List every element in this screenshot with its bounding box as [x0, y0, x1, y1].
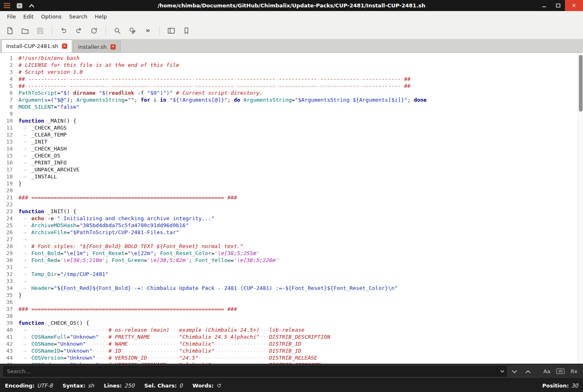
titlebar: /home/chimba/Documents/GitHub/Chimbalix/… — [0, 0, 583, 11]
maximize-button[interactable] — [551, 0, 565, 11]
space-marker: · — [275, 83, 279, 89]
code-token: = — [292, 97, 295, 103]
toggle-side-pane-button[interactable] — [165, 25, 177, 36]
find-next-button[interactable] — [509, 366, 520, 376]
search-history-dropdown-icon[interactable] — [497, 367, 507, 376]
code-token: = — [57, 271, 60, 277]
whole-word-toggle[interactable]: ab — [555, 366, 566, 376]
code-area[interactable]: #!/usr/bin/env·bash#·LICENSE·for·this·fi… — [15, 53, 583, 364]
tab-marker: → — [18, 152, 31, 159]
code-token: 2481 — [224, 285, 237, 291]
code-token: _INIT — [31, 139, 47, 145]
space-marker: ··· — [259, 334, 269, 340]
code-token: ; — [134, 97, 138, 103]
tab-installer-sh[interactable]: installer.sh✕ — [73, 41, 121, 52]
refresh-word-count-icon[interactable] — [216, 383, 222, 388]
tab-marker: → — [18, 285, 31, 292]
menu-file[interactable]: File — [3, 12, 20, 21]
new-file-button[interactable] — [4, 25, 16, 36]
disk-icon[interactable] — [16, 2, 23, 9]
regex-toggle[interactable]: Rx — [568, 366, 580, 376]
toolbar-separator — [159, 26, 160, 36]
space-marker: ···· — [96, 355, 108, 361]
code-token: "Chimbalix — [179, 334, 211, 340]
undo-button[interactable] — [58, 25, 69, 36]
chevron-down-icon — [512, 367, 517, 375]
code-line: →COSName="Unknown"·······#·NAME·········… — [18, 340, 583, 347]
find-replace-button[interactable] — [127, 25, 138, 36]
find-button[interactable] — [112, 25, 123, 36]
find-previous-button[interactable] — [522, 366, 534, 376]
code-token: ------------ — [28, 76, 67, 82]
space-marker: · — [170, 215, 173, 221]
match-case-toggle[interactable]: Aa — [541, 366, 553, 376]
space-marker: · — [240, 97, 243, 103]
toolbar: » — [0, 22, 583, 39]
close-button[interactable]: ✕ — [565, 0, 583, 11]
space-marker: · — [115, 215, 118, 221]
code-token: _INIT() — [47, 208, 70, 214]
space-marker: · — [50, 243, 54, 249]
tab-install-cup-2481-sh[interactable]: Install-CUP-2481.sh✕ — [1, 39, 72, 52]
jump-to-button[interactable]: » — [142, 25, 154, 36]
code-token: } — [18, 292, 22, 298]
search-input[interactable] — [3, 366, 507, 376]
toggle-bookmark-button[interactable] — [181, 25, 192, 36]
save-file-button[interactable] — [34, 25, 46, 36]
minimize-button[interactable] — [537, 0, 551, 11]
menu-help[interactable]: Help — [91, 12, 111, 21]
space-marker: · — [112, 362, 115, 364]
code-token: Update — [179, 285, 198, 291]
code-token: "" — [128, 97, 134, 103]
menu-options[interactable]: Options — [37, 12, 65, 21]
space-marker: · — [221, 285, 224, 291]
tab-close-icon[interactable]: ✕ — [110, 44, 116, 50]
editor[interactable]: 1234567891011121314151617181920212223242… — [0, 53, 583, 364]
regex-icon: Rx — [571, 368, 578, 374]
code-token: ArchiveFile — [31, 229, 67, 235]
whole-word-icon: ab — [556, 369, 564, 374]
code-token: -f — [138, 90, 144, 96]
tab-marker: → — [18, 340, 31, 347]
code-token: # — [108, 341, 112, 347]
code-token: ### — [18, 306, 28, 312]
line-number: 12 — [0, 131, 13, 138]
code-line: →Header="${Font_Red}${Font_Bold}·-=:·Chi… — [18, 285, 583, 292]
line-number: 10 — [0, 117, 13, 124]
tab-label: installer.sh — [78, 44, 107, 50]
menu-search[interactable]: Search — [65, 12, 91, 21]
code-token: # — [18, 62, 22, 68]
tab-close-icon[interactable]: ✕ — [62, 43, 67, 49]
code-line: →_CHECK_HASH — [18, 145, 583, 152]
save-file-icon — [36, 27, 44, 35]
code-line — [18, 312, 583, 319]
space-marker: · — [134, 90, 138, 96]
redo-button[interactable] — [73, 25, 85, 36]
line-number: 42 — [0, 340, 13, 347]
space-marker: · — [96, 90, 99, 96]
code-token: for — [50, 62, 60, 68]
code-token: Font_Yellow — [195, 257, 231, 263]
open-file-button[interactable] — [19, 25, 31, 36]
code-token: ========================================… — [31, 194, 224, 201]
scrollbar-thumb[interactable] — [579, 55, 583, 112]
code-line: MODE_SILENT="false" — [18, 103, 583, 110]
vertical-scrollbar[interactable] — [578, 53, 583, 364]
line-number: 25 — [0, 222, 13, 229]
caret-up-icon[interactable] — [28, 2, 35, 9]
code-line: → — [18, 278, 583, 285]
space-marker: · — [221, 243, 224, 249]
space-marker: ······················ — [198, 355, 269, 361]
code-line: →ArchiveMD5Hash="385bd4dbda75c5fa4780c91… — [18, 222, 583, 229]
line-number: 20 — [0, 187, 13, 194]
code-line: Arguments=("$@");·ArgumentsString="";·fo… — [18, 96, 583, 103]
space-marker: · — [76, 62, 80, 68]
hamburger-icon[interactable] — [3, 2, 11, 9]
menu-edit[interactable]: Edit — [20, 12, 37, 21]
code-token: :=-${Font_Reset}${Font_Reset_Color}\n" — [275, 285, 397, 291]
code-token: in — [160, 97, 166, 103]
code-token: 24.5+) — [240, 327, 259, 333]
space-marker: · — [60, 62, 64, 68]
reload-button[interactable] — [88, 25, 100, 36]
code-token: ------------ — [279, 76, 317, 82]
